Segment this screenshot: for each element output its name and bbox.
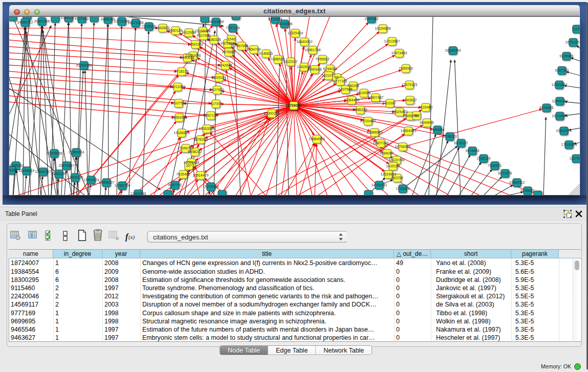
svg-text:417004: 417004 [210,102,222,105]
svg-text:19166829: 19166829 [173,131,189,135]
svg-text:1621072: 1621072 [321,74,335,77]
svg-text:8454749: 8454749 [247,48,260,51]
svg-text:7625402: 7625402 [176,172,190,176]
svg-text:10654112: 10654112 [509,181,525,184]
svg-text:8912954: 8912954 [182,31,195,34]
svg-text:6497568: 6497568 [338,87,352,91]
svg-text:7632621: 7632621 [488,164,502,167]
svg-text:25300235: 25300235 [264,112,279,115]
svg-text:10543382: 10543382 [187,42,203,46]
svg-text:19218506: 19218506 [276,22,292,26]
svg-text:5322037: 5322037 [284,60,297,63]
svg-text:14055712: 14055712 [17,20,33,24]
svg-text:12923445: 12923445 [130,192,146,195]
svg-text:3675685: 3675685 [222,50,235,54]
svg-text:13524851: 13524851 [380,172,396,176]
svg-text:2935114: 2935114 [477,157,491,160]
svg-text:6466160: 6466160 [101,17,115,21]
svg-text:19384554: 19384554 [309,137,324,141]
svg-text:16914479: 16914479 [192,173,208,177]
svg-text:7515526: 7515526 [142,25,156,28]
svg-text:10107554: 10107554 [170,101,186,105]
svg-text:16671355: 16671355 [127,21,143,25]
svg-text:18335061: 18335061 [9,164,24,167]
svg-text:45: 45 [335,76,339,79]
svg-text:9084067: 9084067 [380,151,394,155]
svg-text:17957223: 17957223 [83,178,99,182]
svg-text:2803144: 2803144 [212,76,226,79]
svg-text:17975115: 17975115 [402,83,418,86]
svg-text:23975867: 23975867 [58,164,74,167]
svg-text:9146821: 9146821 [259,52,273,55]
svg-text:16154808: 16154808 [375,27,390,30]
svg-text:9327508: 9327508 [221,41,234,45]
svg-text:7986322: 7986322 [353,108,367,112]
svg-text:9890618: 9890618 [180,56,194,59]
svg-text:8427552: 8427552 [210,88,224,92]
svg-text:15692971: 15692971 [556,129,572,133]
svg-text:9245652: 9245652 [520,189,534,192]
svg-text:15720407: 15720407 [360,119,376,123]
svg-text:12213967: 12213967 [384,39,400,43]
svg-text:1546: 1546 [227,37,235,41]
svg-text:2967608: 2967608 [234,44,248,48]
svg-text:16782759: 16782759 [114,184,130,187]
svg-text:10688609: 10688609 [366,130,382,134]
svg-text:16210643: 16210643 [552,114,568,118]
svg-text:10807487: 10807487 [367,96,383,99]
svg-text:citations_edges.txt: citations_edges.txt [153,233,208,241]
svg-text:2718176: 2718176 [175,70,188,73]
svg-text:9329966: 9329966 [559,54,573,58]
svg-text:1640954: 1640954 [430,128,444,132]
svg-text:10958107: 10958107 [98,181,114,184]
svg-text:2087682: 2087682 [364,17,378,20]
svg-text:8813054: 8813054 [268,17,282,21]
svg-text:20364436: 20364436 [343,98,359,102]
svg-text:939154: 939154 [9,168,17,172]
svg-text:8215955: 8215955 [539,106,553,110]
svg-text:7955812: 7955812 [315,57,329,61]
svg-text:20206536: 20206536 [46,151,62,155]
svg-text:12213389: 12213389 [169,85,185,89]
svg-text:18807249: 18807249 [373,141,388,145]
svg-text:1615152: 1615152 [386,164,400,168]
svg-text:12353594: 12353594 [199,127,214,130]
svg-text:1733426: 1733426 [396,187,409,190]
svg-text:746266: 746266 [347,84,359,87]
svg-text:12505135: 12505135 [67,176,83,179]
svg-text:9227342: 9227342 [555,69,569,72]
svg-text:16033809: 16033809 [208,20,224,24]
svg-text:157: 157 [186,164,192,167]
svg-text:8660124: 8660124 [168,29,182,32]
svg-text:20053346: 20053346 [76,63,92,67]
svg-text:17016504: 17016504 [561,143,577,146]
svg-text:9115460: 9115460 [419,105,433,109]
svg-text:6879197: 6879197 [454,141,468,145]
svg-text:9327505: 9327505 [197,34,210,37]
svg-text:15751074: 15751074 [565,40,580,44]
svg-text:8186328: 8186328 [207,38,221,41]
svg-text:12444154: 12444154 [552,99,568,103]
svg-text:7357224: 7357224 [226,26,239,30]
svg-text:9463627: 9463627 [403,98,417,102]
svg-text:10025453: 10025453 [391,110,407,114]
svg-text:19654923: 19654923 [400,129,416,133]
svg-text:9777169: 9777169 [333,79,347,83]
svg-text:10973493: 10973493 [391,51,407,55]
svg-text:(x): (x) [128,234,135,240]
svg-text:12093822: 12093822 [551,83,567,86]
svg-text:6794028: 6794028 [323,67,337,71]
svg-text:9699695: 9699695 [420,121,433,124]
svg-text:8938923: 8938923 [443,135,456,138]
svg-text:15046766: 15046766 [178,146,193,150]
svg-text:1588520: 1588520 [271,57,285,61]
svg-text:11325419: 11325419 [288,31,303,35]
svg-text:9657791: 9657791 [168,183,182,187]
svg-text:252254: 252254 [391,176,403,180]
svg-text:8267130: 8267130 [204,114,217,117]
svg-text:8990448: 8990448 [308,68,321,71]
svg-text:15716485: 15716485 [203,185,219,188]
svg-text:18640910: 18640910 [296,40,312,43]
svg-text:7663822: 7663822 [156,26,169,30]
svg-text:16120746: 16120746 [388,158,404,162]
